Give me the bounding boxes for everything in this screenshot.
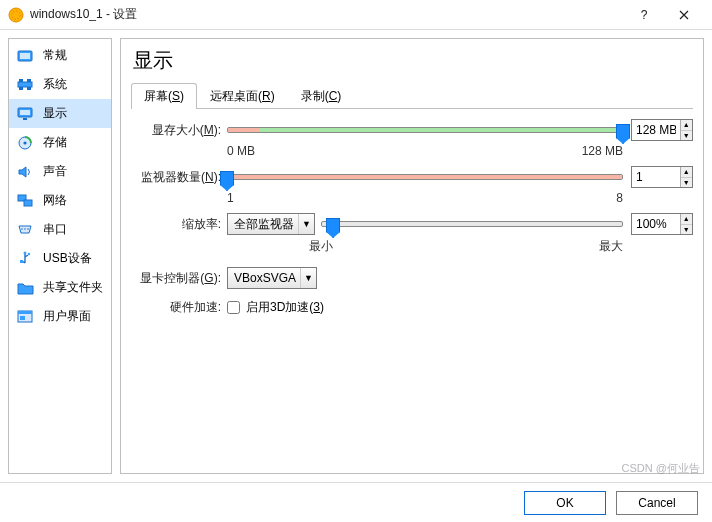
- row-monitor-count: 监视器数量(N): ▲▼: [131, 166, 693, 188]
- sidebar-item-system[interactable]: 系统: [9, 70, 111, 99]
- content-panel: 显示 屏幕(S) 远程桌面(R) 录制(C) 显存大小(M): ▲▼: [120, 38, 704, 474]
- serial-icon: [17, 222, 35, 238]
- row-hw-accel: 硬件加速: 启用3D加速(3): [131, 299, 693, 316]
- sidebar-item-ui[interactable]: 用户界面: [9, 302, 111, 331]
- scale-factor-spin[interactable]: ▲▼: [631, 213, 693, 235]
- sidebar-item-label: 用户界面: [43, 308, 91, 325]
- row-scale-factor: 缩放率: 全部监视器▼ ▲▼: [131, 213, 693, 235]
- sidebar-item-label: 共享文件夹: [43, 279, 103, 296]
- sidebar-item-label: 常规: [43, 47, 67, 64]
- tab-remote-desktop[interactable]: 远程桌面(R): [197, 83, 288, 109]
- svg-rect-15: [24, 200, 32, 206]
- usb-icon: [17, 251, 35, 267]
- svg-point-0: [9, 8, 23, 22]
- scale-min: 最小: [309, 238, 333, 255]
- hw-accel-label: 硬件加速:: [131, 299, 227, 316]
- vram-max: 128 MB: [582, 144, 623, 158]
- cancel-button[interactable]: Cancel: [616, 491, 698, 515]
- sidebar-item-label: USB设备: [43, 250, 92, 267]
- svg-point-13: [23, 141, 26, 144]
- svg-point-16: [21, 228, 23, 230]
- scale-factor-input[interactable]: [632, 214, 680, 234]
- enable-3d-checkbox[interactable]: [227, 301, 240, 314]
- sidebar-item-shared-folders[interactable]: 共享文件夹: [9, 273, 111, 302]
- svg-rect-7: [19, 87, 23, 90]
- monitor-count-thumb[interactable]: [220, 171, 234, 191]
- svg-rect-23: [18, 311, 32, 314]
- svg-point-21: [28, 252, 30, 254]
- window-title: windows10_1 - 设置: [30, 6, 624, 23]
- ok-button[interactable]: OK: [524, 491, 606, 515]
- enable-3d-label: 启用3D加速(3): [246, 299, 324, 316]
- monitor-count-spin[interactable]: ▲▼: [631, 166, 693, 188]
- video-memory-label: 显存大小(M):: [131, 122, 227, 139]
- help-button[interactable]: ?: [624, 1, 664, 29]
- ui-icon: [17, 309, 35, 325]
- storage-icon: [17, 135, 35, 151]
- network-icon: [17, 193, 35, 209]
- scale-factor-label: 缩放率:: [131, 216, 227, 233]
- svg-rect-20: [20, 260, 23, 263]
- video-memory-thumb[interactable]: [616, 124, 630, 144]
- svg-point-19: [24, 251, 27, 254]
- chevron-down-icon: ▼: [300, 268, 316, 288]
- footer: OK Cancel: [0, 482, 712, 522]
- sidebar-item-usb[interactable]: USB设备: [9, 244, 111, 273]
- spin-up[interactable]: ▲: [681, 214, 692, 225]
- sidebar-item-label: 存储: [43, 134, 67, 151]
- monitor-count-label: 监视器数量(N):: [131, 169, 227, 186]
- svg-point-17: [24, 228, 26, 230]
- tab-recording[interactable]: 录制(C): [288, 83, 355, 109]
- svg-rect-10: [20, 110, 30, 115]
- sidebar-item-serial[interactable]: 串口: [9, 215, 111, 244]
- svg-rect-8: [27, 87, 31, 90]
- video-memory-input[interactable]: [632, 120, 680, 140]
- svg-rect-3: [20, 53, 30, 59]
- enable-3d-checkbox-row[interactable]: 启用3D加速(3): [227, 299, 324, 316]
- general-icon: [17, 48, 35, 64]
- display-icon: [17, 106, 35, 122]
- svg-rect-11: [23, 118, 27, 120]
- vram-min: 0 MB: [227, 144, 255, 158]
- mon-max: 8: [616, 191, 623, 205]
- scale-factor-slider[interactable]: [321, 221, 623, 227]
- svg-rect-24: [20, 316, 25, 320]
- spin-down[interactable]: ▼: [681, 178, 692, 188]
- tabs: 屏幕(S) 远程桌面(R) 录制(C): [131, 82, 693, 109]
- sidebar-item-display[interactable]: 显示: [9, 99, 111, 128]
- video-memory-slider[interactable]: [227, 127, 623, 133]
- sidebar-item-label: 网络: [43, 192, 67, 209]
- system-icon: [17, 77, 35, 93]
- monitor-count-input[interactable]: [632, 167, 680, 187]
- video-memory-spin[interactable]: ▲▼: [631, 119, 693, 141]
- sidebar-item-label: 声音: [43, 163, 67, 180]
- svg-rect-6: [27, 79, 31, 82]
- sidebar-item-network[interactable]: 网络: [9, 186, 111, 215]
- sidebar-item-general[interactable]: 常规: [9, 41, 111, 70]
- svg-point-18: [27, 228, 29, 230]
- close-button[interactable]: [664, 1, 704, 29]
- row-gpu-controller: 显卡控制器(G): VBoxSVGA▼: [131, 267, 693, 289]
- audio-icon: [17, 164, 35, 180]
- row-video-memory: 显存大小(M): ▲▼: [131, 119, 693, 141]
- sidebar-item-audio[interactable]: 声音: [9, 157, 111, 186]
- spin-up[interactable]: ▲: [681, 167, 692, 178]
- scale-monitor-dropdown[interactable]: 全部监视器▼: [227, 213, 315, 235]
- mon-min: 1: [227, 191, 234, 205]
- scale-max: 最大: [599, 238, 623, 255]
- sidebar-item-label: 显示: [43, 105, 67, 122]
- spin-down[interactable]: ▼: [681, 225, 692, 235]
- scale-factor-thumb[interactable]: [326, 218, 340, 238]
- tab-screen[interactable]: 屏幕(S): [131, 83, 197, 109]
- monitor-count-slider[interactable]: [227, 174, 623, 180]
- main-area: 常规 系统 显示 存储 声音 网络 串口 USB设备: [0, 30, 712, 482]
- sidebar: 常规 系统 显示 存储 声音 网络 串口 USB设备: [8, 38, 112, 474]
- gpu-controller-dropdown[interactable]: VBoxSVGA▼: [227, 267, 317, 289]
- svg-rect-4: [18, 82, 32, 87]
- chevron-down-icon: ▼: [298, 214, 314, 234]
- spin-up[interactable]: ▲: [681, 120, 692, 131]
- sidebar-item-label: 系统: [43, 76, 67, 93]
- sidebar-item-storage[interactable]: 存储: [9, 128, 111, 157]
- folder-icon: [17, 280, 35, 296]
- spin-down[interactable]: ▼: [681, 131, 692, 141]
